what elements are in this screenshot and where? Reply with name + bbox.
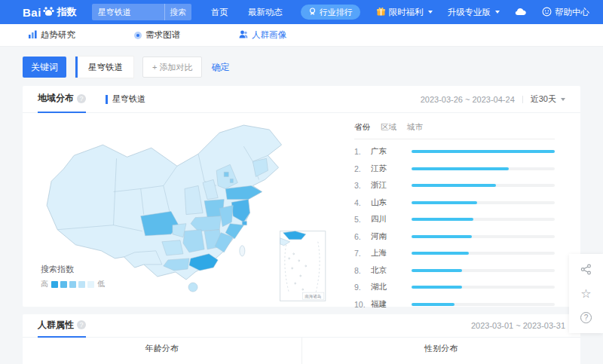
rank-bar-fill xyxy=(412,303,455,306)
demographics-panel: 年龄分布星穹铁道全网分布TGI xyxy=(23,338,302,364)
region-distribution-card: 地域分布 ? 星穹铁道 2023-03-26 ~ 2023-04-24 近30天 xyxy=(23,86,580,307)
ranking-row: 4.山东 xyxy=(354,194,555,212)
province-name: 四川 xyxy=(371,214,412,225)
province-name: 江苏 xyxy=(371,164,412,174)
tab-demand-map[interactable]: 需求图谱 xyxy=(134,29,180,41)
section-tabs: 趋势研究 需求图谱 人群画像 xyxy=(0,24,603,47)
demographics-card: 人群属性 ? 2023-03-01 ~ 2023-03-31 年龄分布星穹铁道全… xyxy=(23,314,580,364)
plus-icon: + xyxy=(152,63,157,72)
panel-title: 年龄分布 xyxy=(23,343,302,354)
rank-index: 4. xyxy=(354,198,371,207)
rank-bar-track xyxy=(412,252,555,255)
province-name: 山东 xyxy=(371,197,412,208)
top-navbar: Bai 指数 搜索 首页 最新动态 行业排行 xyxy=(0,0,603,24)
region-ranking-list: 1.广东2.江苏3.浙江4.山东5.四川6.河南7.上海8.北京9.湖北10.福… xyxy=(354,143,555,313)
rank-bar-fill xyxy=(412,167,509,170)
gift-icon xyxy=(376,7,386,18)
nav-search-input[interactable] xyxy=(92,8,164,17)
rank-index: 2. xyxy=(354,164,371,173)
demographics-body: 年龄分布星穹铁道全网分布TGI性别分布星穹铁道全网分布TGI xyxy=(23,338,580,364)
rank-bar-fill xyxy=(412,184,496,187)
rank-bar-fill xyxy=(412,269,462,272)
help-center[interactable]: 帮助中心 xyxy=(542,7,589,18)
period-dropdown[interactable]: 近30天 xyxy=(531,93,565,105)
rank-bar-track xyxy=(412,303,555,306)
inset-label: 南海诸岛 xyxy=(305,294,321,299)
message-button[interactable] xyxy=(515,7,527,17)
china-map: 南海诸岛 搜索指数 高 低 xyxy=(23,113,347,306)
legend-low-label: 低 xyxy=(97,279,105,289)
map-legend-square xyxy=(60,281,67,288)
rank-index: 1. xyxy=(354,147,371,156)
rank-bar-track xyxy=(412,167,555,170)
upgrade-menu[interactable]: 升级专业版 xyxy=(448,7,500,18)
share-icon[interactable] xyxy=(580,263,592,276)
map-legend-square xyxy=(51,281,58,288)
rank-bar-fill xyxy=(412,252,469,255)
map-legend: 搜索指数 高 低 xyxy=(41,264,105,289)
ranking-row: 5.四川 xyxy=(354,211,555,228)
rank-bar-track xyxy=(412,150,555,153)
region-title-tab[interactable]: 地域分布 ? xyxy=(38,86,86,113)
help-question-icon[interactable]: ? xyxy=(77,94,86,103)
series-name: 星穹铁道 xyxy=(112,93,145,105)
ranking-row: 3.浙江 xyxy=(354,177,555,194)
demographics-title: 人群属性 xyxy=(38,319,74,332)
region-title: 地域分布 xyxy=(38,92,74,105)
add-compare-button[interactable]: + 添加对比 xyxy=(142,57,202,78)
rank-index: 5. xyxy=(354,215,371,224)
rank-bar-fill xyxy=(412,286,462,289)
map-legend-square xyxy=(87,281,94,288)
province-name: 福建 xyxy=(371,299,412,310)
tab-audience-profile[interactable]: 人群画像 xyxy=(239,29,286,41)
panel-legend: 星穹铁道全网分布TGI xyxy=(23,354,302,364)
demographics-header: 人群属性 ? 2023-03-01 ~ 2023-03-31 xyxy=(23,314,580,338)
panel-title: 性别分布 xyxy=(302,343,581,354)
province-name: 河南 xyxy=(371,231,412,242)
industry-rank-button[interactable]: 行业排行 xyxy=(301,5,360,20)
baidu-index-logo[interactable]: Bai 指数 xyxy=(23,5,77,20)
region-ranking-tabs: 省份区域城市 xyxy=(354,122,555,139)
ranking-row: 1.广东 xyxy=(354,143,555,161)
keyword-chip[interactable]: 星穹铁道 xyxy=(75,57,133,78)
rank-index: 10. xyxy=(354,300,371,309)
province-name: 广东 xyxy=(371,146,412,157)
demographics-title-tab[interactable]: 人群属性 ? xyxy=(38,314,86,338)
map-legend-square xyxy=(69,281,76,288)
nav-search-button[interactable]: 搜索 xyxy=(164,4,191,20)
province-name: 北京 xyxy=(371,265,412,276)
nav-link-news[interactable]: 最新动态 xyxy=(248,7,283,18)
tab-trend-research[interactable]: 趋势研究 xyxy=(29,29,75,41)
favorite-star-icon[interactable]: ☆ xyxy=(580,287,592,300)
promo-menu[interactable]: 限时福利 xyxy=(376,7,433,18)
ranking-tab[interactable]: 省份 xyxy=(354,122,370,133)
province-name: 上海 xyxy=(371,248,412,258)
rank-index: 6. xyxy=(354,232,371,241)
chevron-down-icon xyxy=(561,98,565,101)
series-color-bar xyxy=(106,95,108,104)
nav-link-home[interactable]: 首页 xyxy=(211,7,228,18)
rank-bar-fill xyxy=(412,218,473,221)
help-center-label: 帮助中心 xyxy=(555,7,589,18)
radar-dot-icon xyxy=(134,32,142,39)
rank-bar-track xyxy=(412,286,555,289)
add-compare-label: 添加对比 xyxy=(159,62,192,73)
province-name: 浙江 xyxy=(371,180,412,191)
region-date-range: 2023-03-26 ~ 2023-04-24 xyxy=(421,95,515,104)
ranking-tab[interactable]: 区域 xyxy=(381,122,396,133)
ranking-row: 2.江苏 xyxy=(354,161,555,178)
ranking-tab[interactable]: 城市 xyxy=(407,122,423,133)
rank-index: 8. xyxy=(354,266,371,275)
confirm-button[interactable]: 确定 xyxy=(211,61,229,74)
keyword-label-button[interactable]: 关键词 xyxy=(23,57,66,78)
rank-bar-track xyxy=(412,218,555,221)
message-cloud-icon xyxy=(515,7,527,17)
region-ranking-panel: 省份区域城市 1.广东2.江苏3.浙江4.山东5.四川6.河南7.上海8.北京9… xyxy=(347,113,580,306)
rank-bar-fill xyxy=(412,201,477,204)
tab-label: 趋势研究 xyxy=(41,29,75,41)
help-question-icon[interactable]: ? xyxy=(77,320,86,329)
help-circle-icon[interactable]: ? xyxy=(580,311,592,324)
south-china-sea-inset: 南海诸岛 xyxy=(280,231,326,301)
rank-bar-fill xyxy=(412,150,555,153)
demographics-date-range: 2023-03-01 ~ 2023-03-31 xyxy=(471,321,565,330)
